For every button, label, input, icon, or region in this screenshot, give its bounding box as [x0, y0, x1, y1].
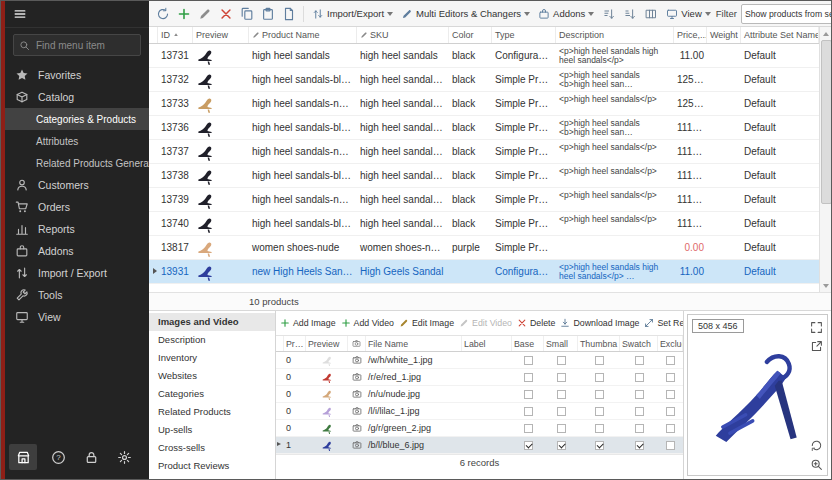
open-external-button[interactable]	[809, 339, 823, 353]
small-checkbox[interactable]	[557, 424, 566, 433]
hamburger-menu-icon[interactable]	[13, 7, 27, 21]
sidebar-item[interactable]: View	[5, 306, 149, 328]
column-header-file-name[interactable]: File Name	[366, 336, 462, 351]
swatch-checkbox[interactable]	[635, 441, 644, 450]
sidebar-search[interactable]	[13, 34, 141, 56]
toolbar-menu-button[interactable]: Multi Editors & Changers	[397, 4, 534, 24]
base-checkbox[interactable]	[524, 356, 533, 365]
toolbar-icon-button[interactable]	[216, 4, 236, 24]
column-header-exclude[interactable]: Exclude	[658, 336, 683, 351]
base-checkbox[interactable]	[524, 424, 533, 433]
thumbnail-checkbox[interactable]	[595, 424, 604, 433]
sidebar-item[interactable]: Tools	[5, 284, 149, 306]
swatch-checkbox[interactable]	[635, 356, 644, 365]
exclude-checkbox[interactable]	[666, 424, 675, 433]
column-header-sku[interactable]: SKU	[357, 27, 449, 43]
sidebar-item[interactable]: Orders	[5, 196, 149, 218]
column-header-thumbnail[interactable]: Thumbna	[578, 336, 620, 351]
product-row[interactable]: 13739 high heel sandals-nude-37 high hee…	[149, 188, 819, 212]
column-header-swatch[interactable]: Swatch	[620, 336, 658, 351]
toolbar-icon-button[interactable]	[279, 4, 299, 24]
small-checkbox[interactable]	[557, 390, 566, 399]
scroll-up-arrow[interactable]	[820, 27, 831, 39]
sidebar-item[interactable]: Catalog	[5, 86, 149, 108]
column-header-base[interactable]: Base	[512, 336, 544, 351]
detail-tab[interactable]: Up-sells	[149, 421, 275, 439]
column-header-weight[interactable]: Weight	[707, 27, 741, 43]
images-toolbar-button[interactable]: Add Video	[341, 318, 394, 328]
product-row[interactable]: 13737 high heel sandals-nude-36 high hee…	[149, 140, 819, 164]
sidebar-item[interactable]: Related Products Generator	[5, 152, 149, 174]
images-toolbar-button[interactable]: Edit Video	[459, 318, 512, 328]
column-header-label[interactable]: Label	[462, 336, 512, 351]
detail-tab[interactable]: Websites	[149, 367, 275, 385]
sidebar-item[interactable]: Addons	[5, 240, 149, 262]
detail-tab[interactable]: Cross-sells	[149, 439, 275, 457]
product-row[interactable]: 13931 new High Heels Sandals High Geels …	[149, 260, 819, 284]
product-row[interactable]: 13733 high heel sandals-nude high heel s…	[149, 92, 819, 116]
view-menu-button[interactable]: View	[662, 4, 714, 24]
image-row[interactable]: 0 /n/u/nude.jpg	[276, 386, 683, 403]
fullscreen-button[interactable]	[809, 320, 823, 334]
images-toolbar-button[interactable]: Edit Image	[399, 318, 454, 328]
thumbnail-checkbox[interactable]	[595, 390, 604, 399]
toolbar-small-button[interactable]	[599, 4, 619, 24]
vertical-scrollbar[interactable]	[819, 27, 831, 292]
menu-search-input[interactable]	[34, 39, 135, 52]
column-header-preview[interactable]: Preview	[193, 27, 249, 43]
column-header-id[interactable]: ID	[158, 27, 193, 43]
detail-tab[interactable]: Description	[149, 331, 275, 349]
column-header-small[interactable]: Small	[544, 336, 578, 351]
toolbar-small-button[interactable]	[620, 4, 640, 24]
product-row[interactable]: 13732 high heel sandals-black high heel …	[149, 68, 819, 92]
sidebar-item[interactable]: Categories & Products	[5, 108, 149, 130]
image-row[interactable]: 1 /b/l/blue_6.jpg	[276, 437, 683, 454]
column-header-product-name[interactable]: Product Name	[249, 27, 357, 43]
product-row[interactable]: 13731 high heel sandals high heel sandal…	[149, 44, 819, 68]
column-header-color[interactable]: Color	[449, 27, 492, 43]
swatch-checkbox[interactable]	[635, 424, 644, 433]
toolbar-icon-button[interactable]	[174, 4, 194, 24]
exclude-checkbox[interactable]	[666, 407, 675, 416]
sidebar-footer-button[interactable]	[80, 445, 104, 469]
sidebar-item[interactable]: Attributes	[5, 130, 149, 152]
small-checkbox[interactable]	[557, 441, 566, 450]
column-header-type[interactable]: Type	[492, 27, 556, 43]
thumbnail-checkbox[interactable]	[595, 373, 604, 382]
scrollbar-thumb[interactable]	[821, 40, 832, 204]
thumbnail-checkbox[interactable]	[595, 356, 604, 365]
small-checkbox[interactable]	[557, 373, 566, 382]
column-header-attribute-set[interactable]: Attribute Set Name	[741, 27, 819, 43]
sidebar-footer-button[interactable]	[9, 444, 37, 470]
toolbar-small-button[interactable]	[641, 4, 661, 24]
exclude-checkbox[interactable]	[666, 356, 675, 365]
product-row[interactable]: 13736 high heel sandals-black-36 high he…	[149, 116, 819, 140]
images-toolbar-button[interactable]: Download Image	[560, 318, 639, 328]
detail-tab[interactable]: Inventory	[149, 349, 275, 367]
base-checkbox[interactable]	[524, 390, 533, 399]
base-checkbox[interactable]	[524, 373, 533, 382]
detail-tab[interactable]: Product Reviews	[149, 457, 275, 475]
zoom-button[interactable]	[809, 457, 823, 471]
detail-tab[interactable]: Images and Video	[149, 313, 275, 331]
exclude-checkbox[interactable]	[666, 390, 675, 399]
toolbar-menu-button[interactable]: Import/Export	[308, 4, 397, 24]
image-row[interactable]: 0 /g/r/green_2.jpg	[276, 420, 683, 437]
detail-tab[interactable]: Related Products	[149, 403, 275, 421]
toolbar-menu-button[interactable]: Addons	[534, 4, 598, 24]
scroll-down-arrow[interactable]	[820, 280, 831, 292]
product-row[interactable]: 13738 high heel sandals-black-37 high he…	[149, 164, 819, 188]
exclude-checkbox[interactable]	[666, 441, 675, 450]
column-header-description[interactable]: Description	[556, 27, 674, 43]
base-checkbox[interactable]	[524, 441, 533, 450]
toolbar-icon-button[interactable]	[195, 4, 215, 24]
product-row[interactable]: 13817 women shoes-nude women shoes-nude-…	[149, 236, 819, 260]
sidebar-footer-button[interactable]: ?	[46, 445, 70, 469]
sidebar-item[interactable]: Import / Export	[5, 262, 149, 284]
category-filter-select[interactable]: Show products from selected categories	[741, 4, 831, 24]
images-toolbar-button[interactable]: Add Image	[280, 318, 336, 328]
swatch-checkbox[interactable]	[635, 407, 644, 416]
base-checkbox[interactable]	[524, 407, 533, 416]
product-row[interactable]: 13740 high heel sandals-black-38 high he…	[149, 212, 819, 236]
image-row[interactable]: 0 /l/i/lilac_1.jpg	[276, 403, 683, 420]
